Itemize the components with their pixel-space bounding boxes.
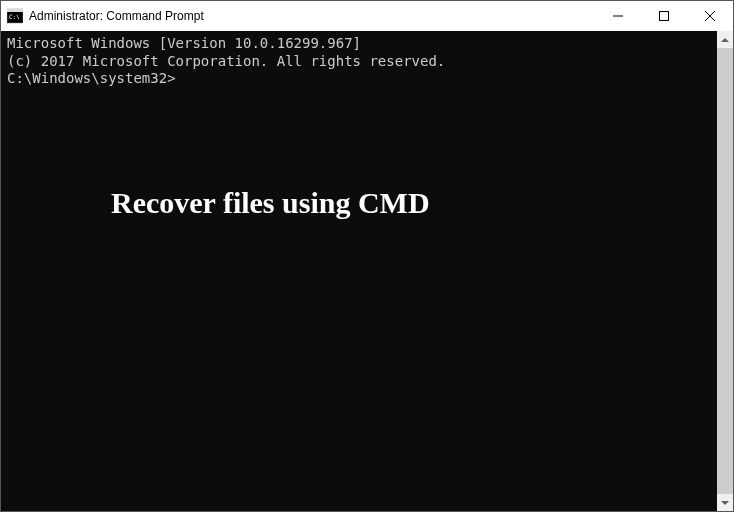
scroll-up-arrow-icon[interactable] [717, 31, 733, 48]
svg-rect-4 [660, 12, 669, 21]
minimize-button[interactable] [595, 1, 641, 31]
terminal-prompt: C:\Windows\system32> [7, 70, 711, 88]
titlebar[interactable]: C:\ Administrator: Command Prompt [1, 1, 733, 31]
terminal-line: (c) 2017 Microsoft Corporation. All righ… [7, 53, 711, 71]
scroll-track[interactable] [717, 48, 733, 494]
cmd-icon: C:\ [7, 8, 23, 24]
maximize-button[interactable] [641, 1, 687, 31]
svg-text:C:\: C:\ [9, 13, 20, 20]
vertical-scrollbar[interactable] [717, 31, 733, 511]
content-area: Microsoft Windows [Version 10.0.16299.96… [1, 31, 733, 511]
terminal-output[interactable]: Microsoft Windows [Version 10.0.16299.96… [1, 31, 717, 511]
window-controls [595, 1, 733, 31]
scroll-down-arrow-icon[interactable] [717, 494, 733, 511]
close-button[interactable] [687, 1, 733, 31]
window-title: Administrator: Command Prompt [29, 9, 204, 23]
scroll-thumb[interactable] [717, 48, 733, 494]
svg-rect-1 [7, 9, 23, 12]
window-frame: C:\ Administrator: Command Prompt Micros… [0, 0, 734, 512]
terminal-line: Microsoft Windows [Version 10.0.16299.96… [7, 35, 711, 53]
svg-marker-7 [721, 38, 729, 42]
svg-marker-8 [721, 501, 729, 505]
